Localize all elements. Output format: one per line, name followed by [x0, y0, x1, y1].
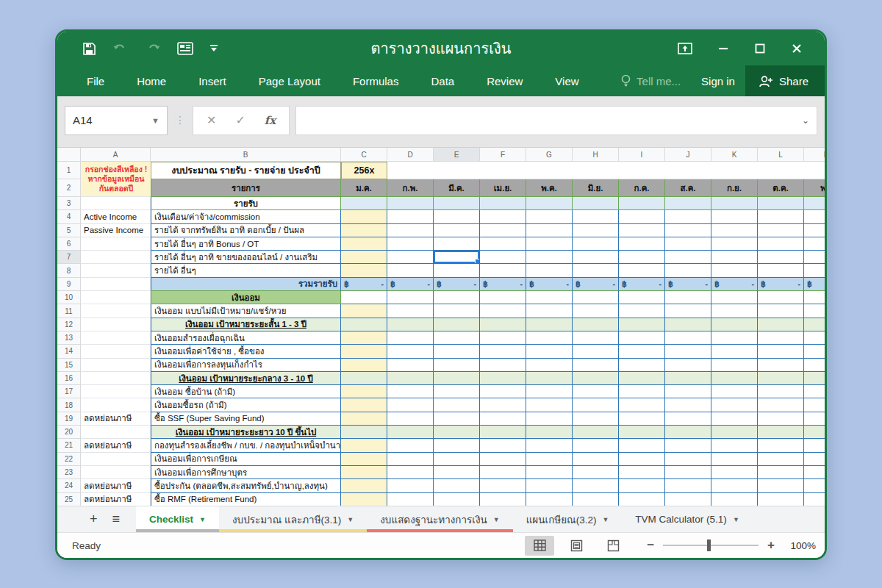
- cell-E12[interactable]: [434, 318, 480, 331]
- cell-K1[interactable]: [711, 162, 758, 179]
- column-header-K[interactable]: K: [711, 148, 758, 162]
- cell-G20[interactable]: [526, 426, 573, 439]
- cell-D18[interactable]: [387, 398, 434, 412]
- row-header-3[interactable]: 3: [57, 197, 81, 210]
- cell-K3[interactable]: [711, 197, 758, 210]
- cell-L21[interactable]: [758, 439, 804, 452]
- cell-H3[interactable]: [573, 197, 619, 210]
- column-header-F[interactable]: F: [480, 148, 526, 162]
- cell-D10[interactable]: [387, 291, 434, 304]
- cell-H9[interactable]: ฿-: [573, 278, 619, 291]
- cell-A7[interactable]: [81, 251, 151, 264]
- cell-J12[interactable]: [665, 318, 711, 331]
- cell-A3[interactable]: [81, 197, 151, 210]
- cell-E13[interactable]: [434, 331, 480, 345]
- cell-H23[interactable]: [573, 466, 619, 479]
- cell-B5[interactable]: รายได้ จากทรัพย์สิน อาทิ ดอกเบี้ย / ปันผ…: [151, 224, 341, 237]
- cell-C12[interactable]: [341, 318, 387, 331]
- cell-E11[interactable]: [434, 304, 480, 318]
- row-header-16[interactable]: 16: [57, 372, 81, 385]
- row-header-1[interactable]: 1: [57, 162, 81, 179]
- cell-I10[interactable]: [619, 291, 665, 304]
- cell-C6[interactable]: [341, 237, 387, 251]
- add-sheet-icon[interactable]: +: [90, 512, 98, 527]
- cell-E24[interactable]: [434, 479, 480, 492]
- cell-C21[interactable]: [341, 439, 387, 452]
- cell-K25[interactable]: [711, 493, 758, 506]
- cell-C23[interactable]: [341, 466, 387, 479]
- cell-M9[interactable]: ฿-: [804, 278, 825, 291]
- cell-B22[interactable]: เงินออมเพื่อการเกษียณ: [151, 453, 341, 466]
- cell-B21[interactable]: กองทุนสำรองเลี้ยงชีพ / กบข. / กองทุนบำเห…: [151, 439, 341, 452]
- cell-A6[interactable]: [81, 237, 151, 251]
- cell-H16[interactable]: [573, 372, 619, 385]
- cell-D25[interactable]: [387, 493, 434, 506]
- cell-M2[interactable]: พ.ย: [804, 179, 825, 197]
- cell-D11[interactable]: [387, 304, 434, 318]
- cell-G2[interactable]: พ.ค.: [526, 179, 573, 197]
- cell-I9[interactable]: ฿-: [619, 278, 665, 291]
- cell-G9[interactable]: ฿-: [526, 278, 573, 291]
- cell-M18[interactable]: [804, 398, 825, 412]
- cell-I4[interactable]: [619, 210, 665, 223]
- cell-D2[interactable]: ก.พ.: [387, 179, 434, 197]
- cell-G3[interactable]: [526, 197, 573, 210]
- column-header-L[interactable]: L: [758, 148, 804, 162]
- cell-A12[interactable]: [81, 318, 151, 331]
- menu-tab-formulas[interactable]: Formulas: [337, 75, 415, 87]
- row-header-7[interactable]: 7: [57, 251, 81, 264]
- cell-D24[interactable]: [387, 479, 434, 492]
- row-header-10[interactable]: 10: [57, 291, 81, 304]
- cell-F6[interactable]: [480, 237, 526, 251]
- cancel-icon[interactable]: ✕: [207, 113, 216, 127]
- cell-H24[interactable]: [573, 479, 619, 492]
- cell-J3[interactable]: [665, 197, 711, 210]
- cell-K7[interactable]: [711, 251, 758, 264]
- cell-B2[interactable]: รายการ: [151, 179, 341, 197]
- cell-K2[interactable]: ก.ย.: [711, 179, 758, 197]
- cell-C20[interactable]: [341, 426, 387, 439]
- cell-C8[interactable]: [341, 264, 387, 277]
- cell-B13[interactable]: เงินออมสำรองเผื่อฉุกเฉิน: [151, 331, 341, 345]
- cell-E15[interactable]: [434, 359, 480, 372]
- cell-D5[interactable]: [387, 224, 434, 237]
- view-page-break-button[interactable]: [598, 536, 628, 556]
- cell-F9[interactable]: ฿-: [480, 278, 526, 291]
- zoom-slider-thumb[interactable]: [707, 539, 711, 551]
- cell-G4[interactable]: [526, 210, 573, 223]
- cell-J19[interactable]: [665, 412, 711, 426]
- cell-J25[interactable]: [665, 493, 711, 506]
- cell-L15[interactable]: [758, 359, 804, 372]
- cell-B16[interactable]: เงินออม เป้าหมายระยะกลาง 3 - 10 ปี: [151, 372, 341, 385]
- cell-H1[interactable]: [573, 162, 619, 179]
- cell-D3[interactable]: [387, 197, 434, 210]
- menu-tab-home[interactable]: Home: [121, 75, 182, 87]
- cell-L19[interactable]: [758, 412, 804, 426]
- cell-E18[interactable]: [434, 398, 480, 412]
- cell-A20[interactable]: [81, 426, 151, 439]
- cell-L2[interactable]: ต.ค.: [758, 179, 804, 197]
- formula-expand-icon[interactable]: ⌄: [802, 115, 809, 126]
- cell-B15[interactable]: เงินออมเพื่อการลงทุนเก็งกำไร: [151, 359, 341, 372]
- cell-J14[interactable]: [665, 345, 711, 358]
- cell-G22[interactable]: [526, 453, 573, 466]
- cell-K16[interactable]: [711, 372, 758, 385]
- cell-D20[interactable]: [387, 426, 434, 439]
- cell-J24[interactable]: [665, 479, 711, 492]
- cell-K24[interactable]: [711, 479, 758, 492]
- cell-G18[interactable]: [526, 398, 573, 412]
- cell-I25[interactable]: [619, 493, 665, 506]
- cell-I23[interactable]: [619, 466, 665, 479]
- cell-M8[interactable]: [804, 264, 825, 277]
- name-box[interactable]: A14 ▼: [65, 106, 168, 135]
- note-cell[interactable]: กรอกช่องสีเหลือง !หากข้อมูลเหมือนกันตลอด…: [82, 162, 151, 196]
- cell-K6[interactable]: [711, 237, 758, 251]
- cell-F21[interactable]: [480, 439, 526, 452]
- cell-F12[interactable]: [480, 318, 526, 331]
- cell-K17[interactable]: [711, 385, 758, 398]
- zoom-level[interactable]: 100%: [784, 540, 816, 551]
- cell-B17[interactable]: เงินออม ซื้อบ้าน (ถ้ามี): [151, 385, 341, 398]
- name-box-arrow-icon[interactable]: ▼: [151, 116, 159, 125]
- cell-J4[interactable]: [665, 210, 711, 223]
- cell-I16[interactable]: [619, 372, 665, 385]
